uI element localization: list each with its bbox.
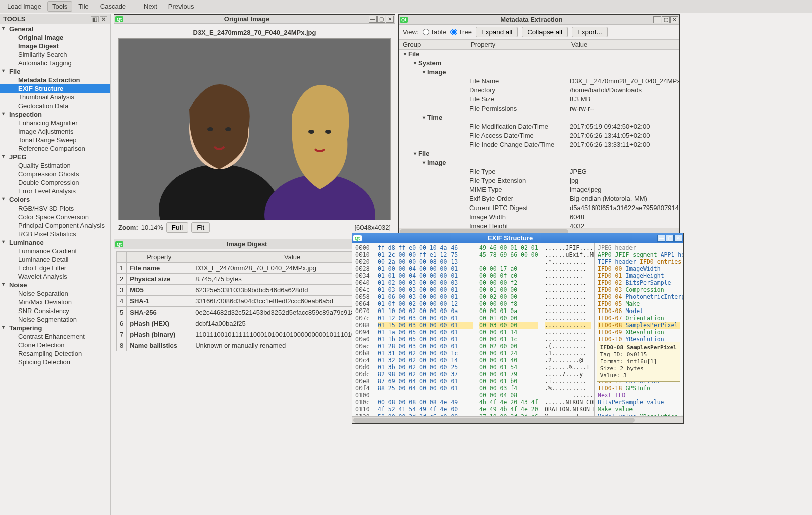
property-header[interactable]: Property [471,41,571,48]
table-row: 6pHash (HEX)dcbf14a00ba2f25 [117,318,393,329]
maximize-icon[interactable]: ▢ [666,235,674,242]
minimize-icon[interactable]: — [653,16,661,23]
metadata-group[interactable]: Time [399,113,679,122]
tools-item[interactable]: RGB Pixel Statistics [0,230,110,238]
close-icon[interactable]: ✕ [100,16,107,22]
metadata-row[interactable]: File Modification Date/Time2017:05:19 09… [399,122,679,131]
menu-previous[interactable]: Previous [163,1,199,12]
collapse-all-button[interactable]: Collapse all [522,27,568,37]
tools-category[interactable]: Tampering [0,324,110,332]
tools-item[interactable]: SNR Consistency [0,306,110,315]
tools-item[interactable]: Principal Component Analysis [0,221,110,230]
tools-item[interactable]: Color Space Conversion [0,213,110,221]
value-header[interactable]: Value [571,41,675,48]
metadata-group[interactable]: System [399,59,679,68]
scrollbar-horizontal[interactable] [352,416,683,423]
tools-item[interactable]: Similarity Search [0,50,110,59]
tools-item[interactable]: Original Image [0,33,110,42]
tools-item[interactable]: Contrast Enhancement [0,332,110,341]
fit-button[interactable]: Fit [191,222,210,233]
hex-column-1: ff d8 ff e0 00 10 4a 4601 2c 00 00 ff e1… [375,243,476,416]
metadata-row[interactable]: File Size8.3 MB [399,95,679,104]
address-column: 000000100020002800340040004c005800640070… [352,243,375,416]
tools-item[interactable]: EXIF Structure [0,84,110,93]
metadata-row[interactable]: Current IPTC Digestd5a4516f0f651a31622ae… [399,203,679,213]
tools-item[interactable]: Splicing Detection [0,358,110,366]
table-row: 5SHA-2560e2c44682d32c521453bd3252d5efacc… [117,307,393,318]
close-icon[interactable]: ✕ [386,16,394,23]
tools-item[interactable]: Enhancing Magnifier [0,119,110,127]
menu-tools[interactable]: Tools [47,1,72,12]
full-button[interactable]: Full [166,222,188,233]
tools-item[interactable]: Noise Separation [0,289,110,298]
tools-item[interactable]: Luminance Detail [0,255,110,264]
metadata-tree[interactable]: FileSystemImageFile NameD3X_E_2470mm28_7… [399,50,679,228]
table-row: 7pHash (binary)1101110010111111000101001… [117,329,393,340]
metadata-row[interactable]: Image Height4032 [399,222,679,228]
tools-category[interactable]: Colors [0,195,110,204]
minimize-icon[interactable]: — [369,16,377,23]
tools-item[interactable]: Tonal Range Sweep [0,136,110,144]
tools-item[interactable]: Geolocation Data [0,101,110,110]
metadata-row[interactable]: File Inode Change Date/Time2017:06:26 13… [399,140,679,149]
image-viewport[interactable] [118,38,391,220]
minimize-icon[interactable]: — [657,235,665,242]
svg-point-8 [325,130,331,134]
maximize-icon[interactable]: ▢ [662,16,670,23]
group-header[interactable]: Group [403,41,471,48]
tools-item[interactable]: Double Compression [0,178,110,187]
tools-item[interactable]: Metadata Extraction [0,76,110,84]
tools-item[interactable]: Noise Segmentation [0,315,110,324]
metadata-group[interactable]: File [399,50,679,59]
metadata-row[interactable]: Exif Byte OrderBig-endian (Motorola, MM) [399,194,679,203]
close-icon[interactable]: ✕ [674,235,682,242]
metadata-row[interactable]: File Type Extensionjpg [399,176,679,185]
hex-viewer[interactable]: 000000100020002800340040004c005800640070… [352,243,683,416]
tools-item[interactable]: Reference Comparison [0,144,110,153]
tools-item[interactable]: Resampling Detection [0,349,110,358]
undock-icon[interactable]: ◧ [91,16,99,22]
tools-item[interactable]: Min/Max Deviation [0,298,110,306]
export-button[interactable]: Export... [572,27,608,37]
tools-item[interactable]: Echo Edge Filter [0,264,110,272]
menu-cascade[interactable]: Cascade [95,1,131,12]
tools-item[interactable]: Error Level Analysis [0,187,110,195]
metadata-row[interactable]: File Permissionsrw-rw-r-- [399,104,679,113]
expand-all-button[interactable]: Expand all [476,27,518,37]
metadata-row[interactable]: File NameD3X_E_2470mm28_70_F040_24MPx [399,77,679,86]
menu-tile[interactable]: Tile [73,1,94,12]
property-header[interactable]: Property [127,252,192,263]
tools-category[interactable]: Noise [0,281,110,289]
close-icon[interactable]: ✕ [670,16,678,23]
tools-item[interactable]: Compression Ghosts [0,170,110,178]
tools-category[interactable]: General [0,25,110,33]
tools-item[interactable]: Quality Estimation [0,161,110,170]
tools-category[interactable]: File [0,67,110,76]
metadata-row[interactable]: File TypeJPEG [399,167,679,176]
tools-title: TOOLS [3,15,26,23]
metadata-row[interactable]: MIME Typeimage/jpeg [399,185,679,194]
tools-item[interactable]: RGB/HSV 3D Plots [0,204,110,213]
metadata-row[interactable]: Image Width6048 [399,213,679,222]
tools-category[interactable]: Inspection [0,110,110,119]
maximize-icon[interactable]: ▢ [377,16,385,23]
tools-category[interactable]: Luminance [0,238,110,247]
tools-item[interactable]: Thumbnail Analysis [0,93,110,101]
tools-item[interactable]: Luminance Gradient [0,247,110,255]
metadata-group[interactable]: File [399,149,679,158]
radio-table[interactable]: Table [423,28,446,36]
metadata-row[interactable]: File Access Date/Time2017:06:26 13:41:05… [399,131,679,140]
radio-tree[interactable]: Tree [450,28,472,36]
tools-item[interactable]: Wavelet Analysis [0,272,110,281]
metadata-row[interactable]: Directory/home/bartoli/Downloads [399,86,679,95]
menubar: Load image Tools Tile Cascade Next Previ… [0,0,812,13]
menu-load-image[interactable]: Load image [2,1,46,12]
tools-item[interactable]: Image Adjustments [0,127,110,136]
metadata-group[interactable]: Image [399,158,679,167]
tools-item[interactable]: Image Digest [0,42,110,50]
menu-next[interactable]: Next [139,1,162,12]
tools-category[interactable]: JPEG [0,153,110,161]
metadata-group[interactable]: Image [399,68,679,77]
tools-item[interactable]: Automatic Tagging [0,59,110,67]
tools-item[interactable]: Clone Detection [0,341,110,349]
